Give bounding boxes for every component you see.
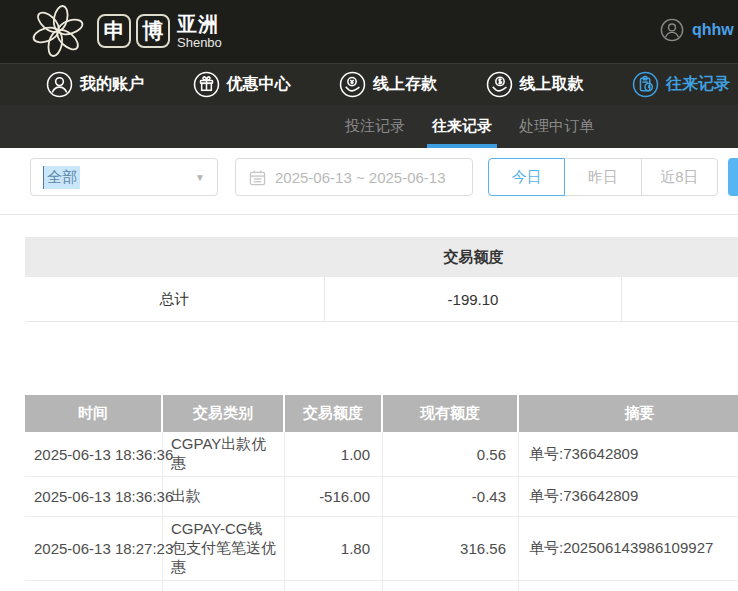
- nav-item-my-account[interactable]: 我的账户: [46, 71, 144, 98]
- date-range-input[interactable]: 2025-06-13 ~ 2025-06-13: [235, 158, 473, 196]
- button-label: 近8日: [660, 168, 698, 187]
- tab-betting-records[interactable]: 投注记录: [345, 105, 405, 148]
- cell-type: CGPAY-CG钱包支付笔笔送优惠: [163, 517, 285, 580]
- logo-char-box: 申: [97, 14, 131, 48]
- table-row: 2025-06-13 18:36:36 出款 -516.00 -0.43 单号:…: [25, 477, 738, 517]
- top-bar: 申 博 亚洲 Shenbo qhhw: [0, 0, 738, 63]
- today-button[interactable]: 今日: [488, 158, 565, 196]
- cell-time: 2025-06-13 18:36:36: [25, 432, 163, 476]
- withdraw-hand-coin-icon: [486, 71, 513, 98]
- nav-item-label: 优惠中心: [227, 74, 291, 95]
- button-label: 昨日: [588, 168, 618, 187]
- cell-type: 出款: [163, 477, 285, 516]
- col-header-type: 交易类别: [163, 395, 285, 432]
- cell-memo: 单号:736642809: [519, 477, 738, 516]
- cell-amount: -516.00: [285, 477, 383, 516]
- category-dropdown-value: 全部: [43, 166, 80, 189]
- cell-time: 2025-06-13 18:36:36: [25, 477, 163, 516]
- table-header-row: 时间 交易类别 交易额度 现有额度 摘要: [25, 395, 738, 432]
- summary-table: 交易额度 总计 -199.10: [25, 237, 738, 322]
- cell-balance: -0.43: [383, 477, 519, 516]
- quick-date-buttons: 今日 昨日 近8日: [488, 158, 718, 196]
- yesterday-button[interactable]: 昨日: [564, 158, 641, 196]
- cell-memo: 单号:202506143986109927: [519, 517, 738, 580]
- gift-icon: [193, 71, 220, 98]
- cell-amount: 1.80: [285, 517, 383, 580]
- table-row: 2025-06-13 18:27:23 CGPAY-CG钱包支付笔笔送优惠 1.…: [25, 517, 738, 581]
- logo-region-cn: 亚洲: [177, 14, 222, 34]
- last-8-days-button[interactable]: 近8日: [641, 158, 718, 196]
- site-logo[interactable]: 申 博 亚洲 Shenbo: [30, 3, 222, 59]
- user-avatar-icon: [660, 18, 684, 42]
- nav-item-deposit[interactable]: 线上存款: [339, 71, 437, 98]
- clipboard-clock-icon: [632, 71, 659, 98]
- summary-total-label: 总计: [25, 277, 325, 321]
- cell-balance: 316.56: [383, 517, 519, 580]
- cell-balance: 314.76: [383, 581, 519, 591]
- col-header-amount: 交易额度: [285, 395, 383, 432]
- user-account-area[interactable]: qhhw: [660, 18, 734, 42]
- tab-transaction-records[interactable]: 往来记录: [432, 105, 492, 148]
- tab-pending-orders[interactable]: 处理中订单: [519, 105, 594, 148]
- logo-char-box: 博: [136, 14, 170, 48]
- summary-total-value: -199.10: [325, 277, 622, 321]
- nav-item-withdraw[interactable]: 线上取款: [486, 71, 584, 98]
- tab-label: 投注记录: [345, 117, 405, 136]
- deposit-hand-coin-icon: [339, 71, 366, 98]
- logo-region-text: 亚洲 Shenbo: [177, 14, 222, 49]
- main-nav: 我的账户 优惠中心 线上存款: [0, 63, 738, 105]
- nav-item-label: 我的账户: [80, 74, 144, 95]
- cell-time: 2025-06-13 18:27:23: [25, 581, 163, 591]
- cell-type: CGPAY支付: [163, 581, 285, 591]
- username-label[interactable]: qhhw: [692, 21, 734, 39]
- nav-item-promotions[interactable]: 优惠中心: [193, 71, 291, 98]
- cell-amount: 300.00: [285, 581, 383, 591]
- tab-label: 处理中订单: [519, 117, 594, 136]
- cell-time: 2025-06-13 18:27:23: [25, 517, 163, 580]
- logo-region-en: Shenbo: [177, 36, 222, 49]
- tab-label: 往来记录: [432, 117, 492, 136]
- col-header-balance: 现有额度: [383, 395, 519, 432]
- nav-item-transactions[interactable]: 往来记录: [632, 71, 730, 98]
- summary-header-amount: 交易额度: [325, 248, 622, 267]
- category-dropdown[interactable]: 全部 ▼: [30, 158, 218, 196]
- cell-memo: 单号:202506143986109927: [519, 581, 738, 591]
- col-header-memo: 摘要: [519, 395, 738, 432]
- cell-balance: 0.56: [383, 432, 519, 476]
- records-subnav: 投注记录 往来记录 处理中订单: [0, 105, 738, 148]
- table-row: 2025-06-13 18:36:36 CGPAY出款优惠 1.00 0.56 …: [25, 432, 738, 477]
- cell-memo: 单号:736642809: [519, 432, 738, 476]
- cell-amount: 1.00: [285, 432, 383, 476]
- user-icon: [46, 71, 73, 98]
- flower-logo-icon: [30, 3, 86, 59]
- col-header-time: 时间: [25, 395, 163, 432]
- summary-total-row: 总计 -199.10: [25, 277, 738, 322]
- nav-item-label: 线上存款: [373, 74, 437, 95]
- button-label: 今日: [512, 168, 542, 187]
- cell-type: CGPAY出款优惠: [163, 432, 285, 476]
- search-button[interactable]: [728, 158, 738, 196]
- summary-header-row: 交易额度: [25, 237, 738, 277]
- calendar-icon: [249, 169, 266, 186]
- filter-bar: 全部 ▼ 2025-06-13 ~ 2025-06-13 今日 昨日 近8日: [0, 148, 738, 215]
- table-row: 2025-06-13 18:27:23 CGPAY支付 300.00 314.7…: [25, 581, 738, 591]
- chevron-down-icon: ▼: [195, 172, 205, 183]
- transactions-table: 时间 交易类别 交易额度 现有额度 摘要 2025-06-13 18:36:36…: [25, 395, 738, 591]
- nav-item-label: 线上取款: [520, 74, 584, 95]
- nav-item-label: 往来记录: [666, 74, 730, 95]
- date-range-value: 2025-06-13 ~ 2025-06-13: [275, 169, 446, 186]
